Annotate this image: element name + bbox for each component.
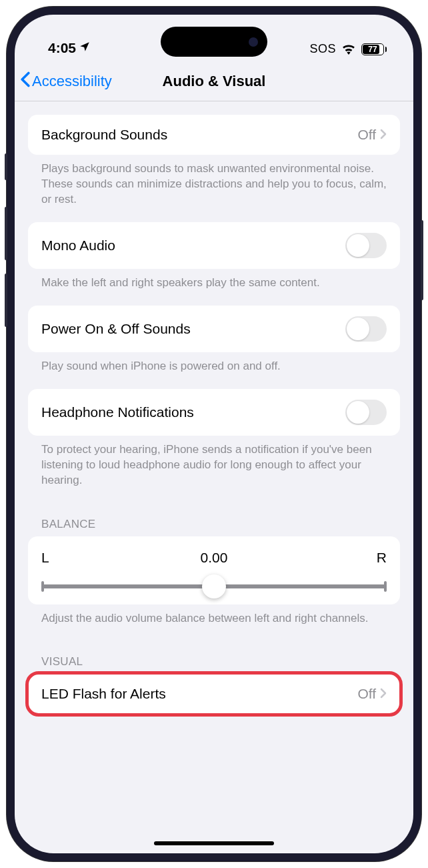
power-sounds-row: Power On & Off Sounds — [28, 306, 400, 352]
phone-frame: 4:05 SOS 77 — [7, 7, 421, 861]
wifi-icon — [341, 44, 356, 55]
row-detail: Off — [357, 686, 387, 702]
sos-text: SOS — [309, 42, 336, 56]
chevron-left-icon — [20, 71, 31, 92]
balance-header: BALANCE — [28, 503, 400, 536]
side-button — [5, 207, 7, 260]
back-label: Accessibility — [32, 73, 112, 90]
balance-slider[interactable] — [41, 584, 387, 588]
location-icon — [79, 41, 91, 56]
status-time: 4:05 — [48, 40, 76, 56]
battery-pct: 77 — [368, 45, 377, 54]
dynamic-island — [161, 27, 267, 57]
chevron-right-icon — [380, 127, 387, 143]
side-button — [5, 153, 7, 180]
screen: 4:05 SOS 77 — [15, 15, 413, 853]
headphone-notif-toggle[interactable] — [345, 400, 387, 425]
row-label: LED Flash for Alerts — [41, 686, 166, 702]
mono-audio-footer: Make the left and right speakers play th… — [28, 269, 400, 306]
status-right: SOS 77 — [309, 42, 387, 56]
toggle-knob — [347, 318, 369, 340]
home-indicator[interactable] — [154, 841, 274, 845]
headphone-notif-footer: To protect your hearing, iPhone sends a … — [28, 436, 400, 503]
side-button — [421, 220, 423, 300]
mono-audio-toggle[interactable] — [345, 233, 387, 258]
row-label: Headphone Notifications — [41, 404, 194, 420]
mono-audio-row: Mono Audio — [28, 222, 400, 269]
row-detail: Off — [357, 127, 387, 143]
row-value: Off — [357, 127, 376, 143]
background-sounds-footer: Plays background sounds to mask unwanted… — [28, 155, 400, 222]
camera-icon — [249, 37, 258, 47]
balance-value: 0.00 — [41, 550, 387, 566]
background-sounds-row[interactable]: Background Sounds Off — [28, 115, 400, 155]
slider-knob[interactable] — [202, 574, 226, 598]
power-sounds-toggle[interactable] — [345, 316, 387, 342]
power-sounds-footer: Play sound when iPhone is powered on and… — [28, 352, 400, 389]
status-left: 4:05 — [48, 40, 91, 56]
led-flash-row[interactable]: LED Flash for Alerts Off — [28, 674, 400, 714]
balance-row: L 0.00 R — [28, 536, 400, 604]
slider-tick — [384, 581, 387, 592]
chevron-right-icon — [380, 687, 387, 702]
toggle-knob — [347, 401, 369, 424]
balance-footer: Adjust the audio volume balance between … — [28, 604, 400, 641]
nav-bar: Accessibility Audio & Visual — [15, 61, 413, 101]
visual-header: VISUAL — [28, 640, 400, 674]
side-button — [5, 274, 7, 327]
row-value: Off — [357, 686, 376, 702]
content: Background Sounds Off Plays background s… — [15, 101, 413, 853]
battery-icon: 77 — [361, 43, 387, 55]
row-label: Background Sounds — [41, 127, 167, 143]
back-button[interactable]: Accessibility — [20, 71, 112, 92]
row-label: Power On & Off Sounds — [41, 321, 191, 337]
slider-tick — [41, 581, 44, 592]
row-label: Mono Audio — [41, 238, 115, 254]
highlight-annotation: LED Flash for Alerts Off — [28, 674, 400, 714]
headphone-notif-row: Headphone Notifications — [28, 389, 400, 436]
toggle-knob — [347, 234, 369, 257]
